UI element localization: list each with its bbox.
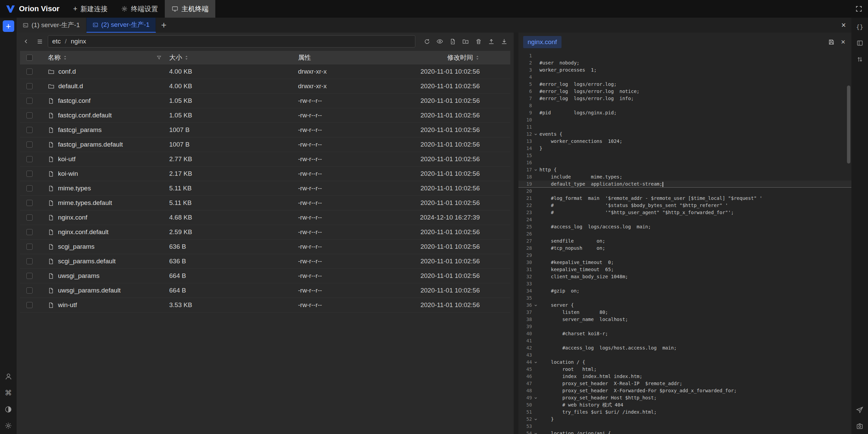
editor-line[interactable]: 26 — [518, 230, 851, 238]
file-table-row[interactable]: mime.types 5.11 KB -rw-r--r-- 2020-11-01… — [20, 181, 510, 196]
editor-line[interactable]: 7 #error_log logs/error.log info; — [518, 95, 851, 102]
editor-line[interactable]: 30 #keepalive_timeout 0; — [518, 259, 851, 266]
terminal-tab-1[interactable]: (1) server-生产-1 — [17, 18, 86, 33]
sort-arrows-icon[interactable] — [475, 55, 480, 61]
row-checkbox[interactable] — [26, 141, 33, 148]
user-icon[interactable] — [4, 372, 13, 381]
row-checkbox[interactable] — [26, 229, 33, 235]
row-name-cell[interactable]: scgi_params.default — [39, 258, 169, 265]
file-table-row[interactable]: fastcgi.conf.default 1.05 KB -rw-r--r-- … — [20, 108, 510, 123]
editor-line[interactable]: 54 location /orion/api { — [518, 430, 851, 434]
editor-line[interactable]: 9 #pid logs/nginx.pid; — [518, 109, 851, 116]
editor-line[interactable]: 24 — [518, 216, 851, 223]
row-checkbox[interactable] — [26, 200, 33, 206]
editor-line[interactable]: 8 — [518, 102, 851, 109]
editor-line[interactable]: 10 — [518, 116, 851, 124]
row-name-cell[interactable]: koi-utf — [39, 155, 169, 163]
braces-json-icon[interactable]: {} — [855, 22, 864, 31]
editor-line[interactable]: 40 #charset koi8-r; — [518, 330, 851, 337]
editor-line[interactable]: 11 — [518, 124, 851, 131]
editor-line[interactable]: 19 default_type application/octet-stream… — [518, 181, 851, 188]
fold-chevron-icon[interactable] — [532, 166, 539, 173]
editor-line[interactable]: 33 — [518, 280, 851, 287]
file-table-row[interactable]: nginx.conf 4.68 KB -rw-r--r-- 2024-12-10… — [20, 210, 510, 225]
file-table-row[interactable]: fastcgi.conf 1.05 KB -rw-r--r-- 2020-11-… — [20, 94, 510, 108]
editor-line[interactable]: 45 root html; — [518, 366, 851, 373]
file-table-row[interactable]: win-utf 3.53 KB -rw-r--r-- 2020-11-01 10… — [20, 298, 510, 313]
file-table-row[interactable]: scgi_params.default 636 B -rw-r--r-- 202… — [20, 254, 510, 269]
editor-line[interactable]: 36 server { — [518, 302, 851, 309]
list-view-icon[interactable] — [34, 36, 45, 47]
editor-line[interactable]: 35 — [518, 295, 851, 302]
editor-line[interactable]: 46 index index.html index.htm; — [518, 373, 851, 380]
menu-item-new-connection[interactable]: + 新建连接 — [66, 0, 114, 18]
row-name-cell[interactable]: uwsgi_params — [39, 272, 169, 280]
row-name-cell[interactable]: win-utf — [39, 301, 169, 309]
editor-line[interactable]: 31 keepalive_timeout 65; — [518, 266, 851, 273]
editor-line[interactable]: 1 — [518, 52, 851, 59]
file-table-row[interactable]: mime.types.default 5.11 KB -rw-r--r-- 20… — [20, 196, 510, 210]
file-table-row[interactable]: default.d 4.00 KB drwxr-xr-x 2020-11-01 … — [20, 79, 510, 94]
editor-line[interactable]: 3 worker_processes 1; — [518, 67, 851, 74]
file-table-row[interactable]: nginx.conf.default 2.59 KB -rw-r--r-- 20… — [20, 225, 510, 240]
editor-line[interactable]: 4 — [518, 74, 851, 81]
close-panel-icon[interactable]: × — [836, 18, 851, 33]
file-table-row[interactable]: koi-utf 2.77 KB -rw-r--r-- 2020-11-01 10… — [20, 152, 510, 167]
row-checkbox[interactable] — [26, 302, 33, 308]
editor-line[interactable]: 52 } — [518, 416, 851, 423]
row-checkbox[interactable] — [26, 98, 33, 104]
row-checkbox[interactable] — [26, 273, 33, 279]
editor-line[interactable]: 38 server_name localhost; — [518, 316, 851, 323]
editor-line[interactable]: 21 #log_format main '$remote_addr - $rem… — [518, 195, 851, 202]
file-table-row[interactable]: conf.d 4.00 KB drwxr-xr-x 2020-11-01 10:… — [20, 64, 510, 79]
fold-chevron-icon[interactable] — [532, 416, 539, 423]
row-checkbox[interactable] — [26, 156, 33, 162]
editor-line[interactable]: 27 sendfile on; — [518, 238, 851, 245]
row-checkbox[interactable] — [26, 287, 33, 294]
fold-chevron-icon[interactable] — [532, 430, 539, 434]
row-checkbox[interactable] — [26, 244, 33, 250]
swap-arrows-icon[interactable] — [855, 55, 864, 64]
row-name-cell[interactable]: nginx.conf — [39, 214, 169, 221]
editor-close-icon[interactable]: × — [841, 38, 845, 46]
editor-line[interactable]: 15 — [518, 152, 851, 159]
column-header-size[interactable]: 大小 — [169, 53, 298, 62]
save-icon[interactable] — [828, 39, 835, 45]
editor-line[interactable]: 32 client_max_body_size 1048m; — [518, 273, 851, 280]
editor-line[interactable]: 50 # web history 模式 404 — [518, 401, 851, 409]
editor-line[interactable]: 49 proxy_set_header Host $http_host; — [518, 394, 851, 401]
path-breadcrumb[interactable]: etc / nginx — [48, 35, 415, 48]
upload-icon[interactable] — [486, 36, 497, 47]
back-button[interactable] — [21, 36, 32, 47]
new-folder-icon[interactable] — [460, 36, 471, 47]
editor-line[interactable]: 47 proxy_set_header X-Real-IP $remote_ad… — [518, 380, 851, 387]
editor-line[interactable]: 43 — [518, 352, 851, 359]
row-checkbox[interactable] — [26, 258, 33, 264]
editor-line[interactable]: 39 — [518, 323, 851, 330]
row-checkbox[interactable] — [26, 112, 33, 118]
send-command-icon[interactable] — [855, 405, 864, 414]
fold-chevron-icon[interactable] — [532, 394, 539, 401]
side-panel-icon[interactable] — [855, 39, 864, 48]
terminal-tab-2[interactable]: (2) server-生产-1 — [86, 18, 156, 33]
row-name-cell[interactable]: mime.types.default — [39, 199, 169, 207]
editor-line[interactable]: 34 #gzip on; — [518, 287, 851, 295]
screenshot-icon[interactable] — [855, 422, 864, 431]
sort-arrows-icon[interactable] — [184, 55, 189, 61]
menu-item-host-terminal[interactable]: 主机终端 — [165, 0, 215, 18]
column-header-attr[interactable]: 属性 — [298, 53, 413, 62]
refresh-icon[interactable] — [421, 36, 432, 47]
editor-line[interactable]: 41 — [518, 337, 851, 344]
command-shortcut-icon[interactable]: ⌘ — [4, 389, 13, 397]
editor-line[interactable]: 17 http { — [518, 166, 851, 173]
editor-code-area[interactable]: 1 2 #user nobody; 3 worker_processes 1; … — [518, 52, 851, 434]
editor-line[interactable]: 2 #user nobody; — [518, 59, 851, 67]
editor-line[interactable]: 20 — [518, 188, 851, 195]
editor-line[interactable]: 48 proxy_set_header X-Forwarded-For $pro… — [518, 387, 851, 394]
editor-line[interactable]: 42 #access_log logs/host.access.log main… — [518, 344, 851, 352]
editor-tab-nginx-conf[interactable]: nginx.conf — [523, 36, 561, 48]
editor-line[interactable]: 6 #error_log logs/error.log notice; — [518, 88, 851, 95]
row-name-cell[interactable]: mime.types — [39, 185, 169, 192]
file-table-row[interactable]: fastcgi_params.default 1007 B -rw-r--r--… — [20, 137, 510, 152]
editor-line[interactable]: 37 listen 80; — [518, 309, 851, 316]
